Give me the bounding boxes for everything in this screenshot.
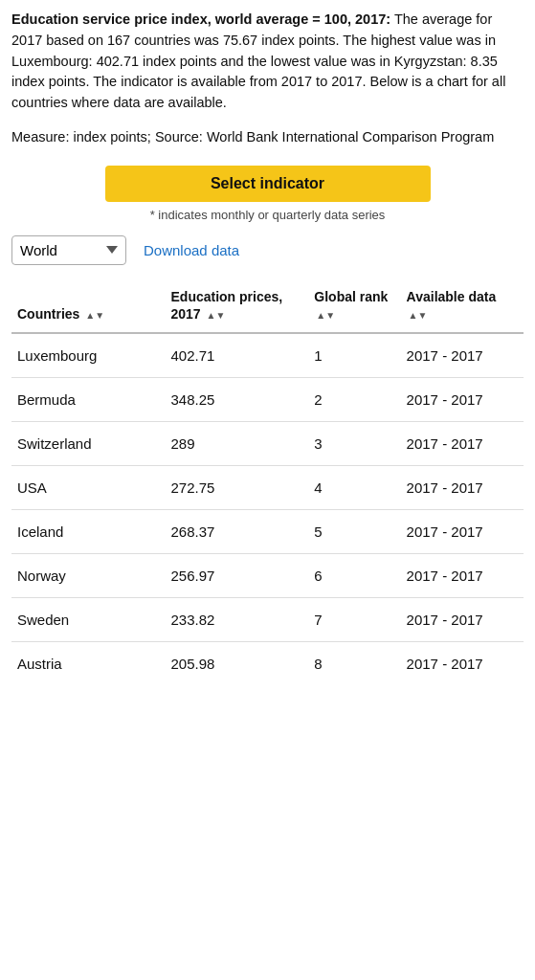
cell-rank: 8 (308, 641, 400, 685)
cell-price: 348.25 (166, 377, 309, 421)
cell-country: USA (11, 465, 166, 509)
cell-available: 2017 - 2017 (401, 421, 524, 465)
cell-country: Austria (11, 641, 166, 685)
cell-country: Sweden (11, 597, 166, 641)
cell-price: 205.98 (166, 641, 309, 685)
description-title: Education service price index, world ave… (11, 11, 390, 27)
sort-arrows-available: ▲▼ (409, 309, 428, 322)
sort-arrows-countries: ▲▼ (85, 309, 104, 322)
cell-rank: 3 (308, 421, 400, 465)
cell-price: 233.82 (166, 597, 309, 641)
cell-rank: 4 (308, 465, 400, 509)
cell-available: 2017 - 2017 (401, 465, 524, 509)
cell-rank: 7 (308, 597, 400, 641)
cell-price: 268.37 (166, 509, 309, 553)
cell-country: Bermuda (11, 377, 166, 421)
cell-country: Luxembourg (11, 333, 166, 378)
cell-available: 2017 - 2017 (401, 641, 524, 685)
cell-price: 256.97 (166, 553, 309, 597)
table-row: Iceland268.3752017 - 2017 (11, 509, 524, 553)
cell-rank: 6 (308, 553, 400, 597)
table-row: Bermuda348.2522017 - 2017 (11, 377, 524, 421)
table-row: USA272.7542017 - 2017 (11, 465, 524, 509)
world-select[interactable]: World Africa Asia Europe Americas Oceani… (11, 235, 126, 265)
table-header-row: Countries ▲▼ Education prices, 2017 ▲▼ G… (11, 278, 524, 333)
header-rank[interactable]: Global rank ▲▼ (308, 278, 400, 333)
download-data-link[interactable]: Download data (144, 242, 239, 258)
cell-available: 2017 - 2017 (401, 597, 524, 641)
cell-available: 2017 - 2017 (401, 377, 524, 421)
sort-arrows-rank: ▲▼ (316, 309, 335, 322)
cell-available: 2017 - 2017 (401, 553, 524, 597)
cell-country: Switzerland (11, 421, 166, 465)
sort-arrows-price: ▲▼ (207, 309, 226, 322)
table-row: Sweden233.8272017 - 2017 (11, 597, 524, 641)
header-countries[interactable]: Countries ▲▼ (11, 278, 166, 333)
monthly-note: * indicates monthly or quarterly data se… (11, 208, 524, 222)
select-indicator-button[interactable]: Select indicator (105, 166, 431, 202)
cell-price: 272.75 (166, 465, 309, 509)
measure-line: Measure: index points; Source: World Ban… (11, 127, 524, 148)
header-price[interactable]: Education prices, 2017 ▲▼ (166, 278, 309, 333)
cell-price: 402.71 (166, 333, 309, 378)
description-text: Education service price index, world ave… (11, 10, 524, 114)
cell-rank: 2 (308, 377, 400, 421)
cell-available: 2017 - 2017 (401, 333, 524, 378)
cell-rank: 1 (308, 333, 400, 378)
table-row: Norway256.9762017 - 2017 (11, 553, 524, 597)
data-table: Countries ▲▼ Education prices, 2017 ▲▼ G… (11, 278, 524, 685)
header-available[interactable]: Available data ▲▼ (401, 278, 524, 333)
table-row: Luxembourg402.7112017 - 2017 (11, 333, 524, 378)
cell-country: Norway (11, 553, 166, 597)
cell-rank: 5 (308, 509, 400, 553)
filter-row: World Africa Asia Europe Americas Oceani… (11, 235, 524, 265)
cell-price: 289 (166, 421, 309, 465)
cell-country: Iceland (11, 509, 166, 553)
cell-available: 2017 - 2017 (401, 509, 524, 553)
table-row: Switzerland28932017 - 2017 (11, 421, 524, 465)
table-row: Austria205.9882017 - 2017 (11, 641, 524, 685)
